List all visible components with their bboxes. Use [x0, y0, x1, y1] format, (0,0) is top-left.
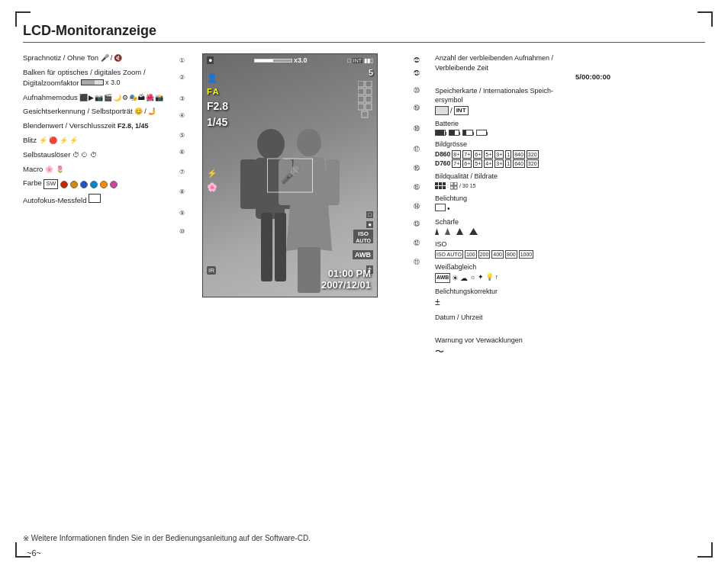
right-annotations: Anzahl der verbleibenden Aufnahmen /Verb…: [427, 53, 610, 362]
lcd-awb-text: AWB: [353, 250, 373, 259]
callout-3: ③: [179, 95, 202, 102]
face-icon: 😊: [134, 107, 143, 116]
right-annotation-13: Belichtungskorrektur ±: [435, 287, 610, 309]
timer-icons: ⏱ ⏲ ⏱: [72, 150, 97, 159]
lcd-ir-icon: IR: [207, 265, 216, 274]
callout-16: ⑯: [414, 164, 420, 172]
lcd-storage-icon: □: [347, 57, 351, 64]
callout-14: ⑭: [414, 202, 420, 211]
annotation-2-icons: x 3.0: [81, 78, 121, 87]
right-annotation-16: Schärfe: [435, 217, 610, 236]
callout-11: ⑪: [414, 258, 420, 266]
battery-empty-icon: [476, 130, 487, 136]
right-ann-16-label: Schärfe: [435, 218, 459, 226]
wb-sun: ☀: [452, 273, 459, 283]
svg-rect-17: [366, 104, 372, 110]
callout-17: ⑰: [414, 145, 420, 153]
right-annotation-22: Anzahl der verbleibenden Aufnahmen /Verb…: [435, 53, 610, 82]
lcd-macro-icon-lcd: 🌸: [207, 182, 217, 192]
right-ann-21-icons: / INT: [435, 106, 610, 115]
right-ann-18-icons: : / 30 15: [435, 182, 610, 190]
bitrate-30: / 30: [459, 182, 469, 190]
lcd-focus-box: [267, 159, 313, 193]
lcd-left-mid-icons: ⚡ 🌸: [207, 169, 217, 192]
color-g: [80, 181, 88, 188]
iso-100: 100: [465, 250, 477, 259]
annotation-3: Aufnahmemodus ⬛▶📷🎬🌙⚙🎭🏔🌺📸: [23, 93, 176, 103]
annotation-3-label: Aufnahmemodus: [23, 93, 78, 101]
bottom-note: ※ Weitere Informationen finden Sie in de…: [23, 534, 311, 542]
af-box: [89, 194, 101, 203]
lcd-iso-label: ISO AUTO: [353, 230, 373, 243]
quality-sep: :: [447, 182, 449, 190]
svg-rect-26: [454, 182, 457, 185]
right-ann-12-label: Datum / Uhrzeit: [435, 313, 483, 321]
right-ann-16-icons: [435, 228, 610, 236]
iso-auto: ISO AUTO: [435, 250, 463, 259]
callout-18: ⑱: [414, 124, 420, 133]
lcd-iso-text: ISO: [353, 230, 373, 238]
annotation-4-label: Gesichtserkennung / Selbstporträt: [23, 107, 133, 115]
right-ann-20-label: Batterie: [435, 120, 459, 127]
right-annotation-14: Weißabgleich AWB ☀ ☁ ☼ ✦ 💡 ↑: [435, 262, 610, 283]
lcd-int-label: INT: [353, 58, 362, 63]
annotation-6-icons: ⚡ 🔴 ⚡ ⚡: [39, 136, 79, 145]
callout-19: ⑲: [414, 104, 420, 112]
lcd-aperture-display: F2.8: [207, 100, 228, 112]
exp-correction-icon: ±: [435, 297, 440, 309]
svg-rect-20: [439, 182, 442, 185]
right-ann-19-d860: D860 8+ 7+ 6+ 5+ 3+ 1 840 320: [435, 150, 610, 159]
right-ann-21-label: Speicherkarte / Internationales Speich-e…: [435, 87, 553, 104]
right-ann-15-label: ISO: [435, 240, 447, 248]
lcd-zoom-bar: [254, 59, 292, 63]
svg-rect-22: [435, 186, 438, 189]
annotation-7-icons: ⏱ ⏲ ⏱: [72, 150, 97, 159]
callout-7: ⑦: [179, 169, 202, 175]
annotation-5: Blendenwert / Verschlusszeit F2.8, 1/45: [23, 121, 176, 131]
color-s: [60, 181, 68, 188]
right-ann-19-label: Bildgrösse: [435, 140, 467, 148]
callout-20: ⑳: [414, 86, 420, 95]
quality-fine-icon: [435, 182, 446, 190]
svg-rect-16: [358, 104, 364, 110]
storage-card-icon: [435, 106, 449, 115]
iso-1000: 1000: [519, 250, 534, 259]
exposure-spot-icon: •: [447, 204, 450, 214]
right-ann-14-label: Weißabgleich: [435, 263, 476, 271]
aperture-shutter-value: F2.8, 1/45: [118, 121, 149, 130]
annotation-7-label: Selbstauslöser: [23, 150, 70, 159]
annotation-10: Autofokus-Messfeld: [23, 194, 176, 206]
callout-6: ⑥: [179, 149, 202, 156]
annotation-6-label: Blitz: [23, 136, 37, 144]
right-ann-20-icons: [435, 130, 610, 136]
callout-2: ②: [179, 74, 202, 81]
lcd-time: 01:00 PM: [321, 268, 371, 279]
battery-low-icon: [462, 130, 473, 136]
callout-21: ㉑: [414, 70, 420, 77]
callout-9: ⑨: [179, 210, 202, 217]
right-ann-18-label: Bildqualität / Bildrate: [435, 172, 498, 180]
lcd-datetime: 01:00 PM 2007/12/01: [321, 268, 371, 291]
annotation-9-label: Farbe: [23, 178, 42, 187]
int-icon: INT: [454, 106, 469, 115]
right-annotation-17: Belichtung •: [435, 194, 610, 214]
lcd-awb-label: AWB: [353, 249, 373, 259]
lcd-top-bar: ● x3.0 □: [207, 56, 373, 64]
right-ann-14-icons: AWB ☀ ☁ ☼ ✦ 💡 ↑: [435, 273, 610, 283]
svg-rect-21: [443, 182, 446, 185]
annotation-9: Farbe SW: [23, 178, 176, 189]
color-r: [70, 181, 78, 188]
lcd-shot-count: 5: [369, 68, 373, 77]
annotation-1-label: Sprachnotiz / Ohne Ton: [23, 53, 98, 62]
bitrate-15: 15: [470, 182, 476, 190]
lcd-a-icon: A: [213, 87, 219, 96]
right-ann-17-icons: •: [435, 204, 610, 214]
color-f: [100, 181, 108, 188]
svg-rect-5: [275, 213, 286, 281]
annotation-9-icons: SW: [43, 179, 118, 189]
mode-icons: ⬛▶📷🎬🌙⚙🎭🏔🌺📸: [79, 93, 164, 102]
svg-rect-25: [450, 182, 453, 185]
center-column: ① ② ③ ④ ⑤ ⑥ ⑦ ⑧ ⑨ ⑩: [179, 53, 401, 362]
right-ann-22-value: 5/00:00:00: [435, 72, 610, 82]
lcd-zoom-area: x3.0: [254, 56, 308, 64]
